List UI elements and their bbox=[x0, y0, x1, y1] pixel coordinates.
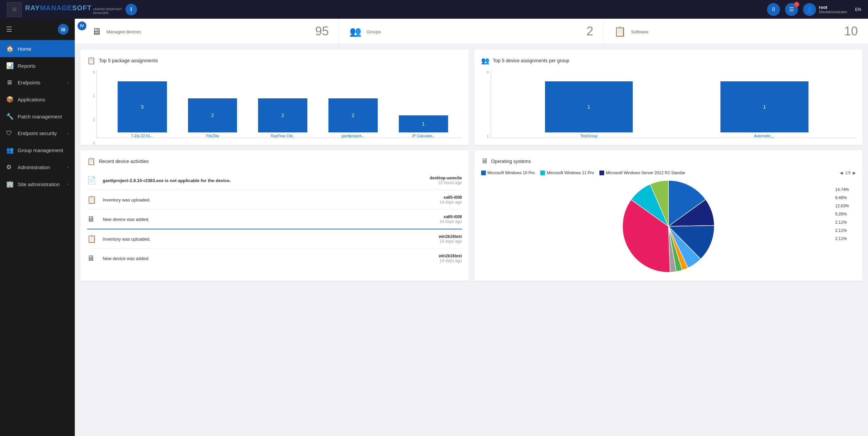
group-bar-1: 1 bbox=[545, 81, 633, 132]
os-chart-card: 🖥 Operating systems Microsoft Windows 10… bbox=[474, 150, 863, 281]
sidebar: ☰ III 🏠 Home 📊 Reports 🖥 Endpoints › 📦 A… bbox=[0, 19, 75, 436]
y-axis-labels-2: 1 0 bbox=[481, 70, 491, 138]
bar-label-4: ganttproject-.. bbox=[342, 134, 364, 138]
group-chart-card: 👥 Top 5 device assignments per group 1 0… bbox=[474, 50, 863, 145]
activity-item-2: 📋 Inventory was uploaded. xa65-i008 14 d… bbox=[87, 190, 462, 210]
activity-icon-4: 📋 bbox=[87, 235, 97, 243]
activity-item-5: 🖥 New device was added. win2k16test 14 d… bbox=[87, 249, 462, 268]
activity-item-1: 📄 ganttproject-2.8.10-r2363.exe is not a… bbox=[87, 171, 462, 190]
activity-icon-2: 📋 bbox=[87, 195, 97, 204]
chevron-right-icon: › bbox=[67, 165, 69, 169]
stat-badge-iv: IV bbox=[78, 21, 86, 30]
y-axis-labels: 3 2 1 0 bbox=[87, 70, 97, 145]
sidebar-item-security[interactable]: 🛡 Endpoint security › bbox=[0, 125, 75, 142]
groups-value: 2 bbox=[586, 24, 593, 38]
sidebar-item-label: Administration bbox=[18, 164, 50, 170]
activity-meta-3: xa65-i008 14 days ago bbox=[440, 214, 462, 224]
activity-icon-3: 🖥 bbox=[87, 215, 97, 224]
bar-label-5: IP Calculato.. bbox=[412, 134, 435, 138]
stat-software[interactable]: 📋 Software 10 bbox=[604, 19, 868, 44]
bar-group-1: 3 7-Zip-22.01-.. bbox=[107, 81, 177, 138]
bar-3: 2 bbox=[258, 98, 307, 132]
activity-time-2: 14 days ago bbox=[440, 200, 462, 205]
sidebar-item-home[interactable]: 🏠 Home bbox=[0, 40, 75, 57]
sidebar-item-applications[interactable]: 📦 Applications bbox=[0, 91, 75, 108]
pause-button[interactable]: II bbox=[767, 3, 780, 16]
legend-dot-win11 bbox=[540, 171, 545, 175]
pie-percentage-labels: 14.74% 9.48% 12.63% 5.26% 2.11% 2.11% 2.… bbox=[835, 185, 849, 243]
sidebar-item-admin[interactable]: ⚙ Administration › bbox=[0, 159, 75, 176]
activity-item-3: 🖥 New device was added. xa65-i008 14 day… bbox=[87, 210, 462, 229]
applications-icon: 📦 bbox=[6, 96, 14, 103]
legend-label-win11: Microsoft Windows 11 Pro bbox=[547, 171, 594, 175]
sidebar-item-site[interactable]: 🏢 Site administration › bbox=[0, 176, 75, 193]
hamburger-menu[interactable]: ☰ bbox=[6, 25, 12, 33]
activity-text-5: New device was added. bbox=[103, 256, 433, 261]
bar-5: 1 bbox=[399, 115, 448, 132]
group-bar-group-1: 1 TestGroup bbox=[501, 81, 677, 138]
activity-card-title: 📋 Recent device activities bbox=[87, 157, 462, 165]
bar-group-2: 2 FileZilla bbox=[177, 98, 248, 138]
bar-2: 2 bbox=[188, 98, 237, 132]
bar-chart-area: 3 7-Zip-22.01-.. 2 FileZilla 2 RayFlow C… bbox=[97, 70, 462, 138]
main-content: IV 🖥 Managed devices 95 👥 Groups 2 📋 bbox=[75, 19, 868, 436]
user-info: root SiteAdministrator bbox=[819, 5, 847, 14]
header-right: II ☰ 0 👤 root SiteAdministrator EN bbox=[767, 3, 861, 16]
sidebar-item-label: Endpoint security bbox=[18, 130, 57, 136]
site-icon: 🏢 bbox=[6, 180, 14, 188]
os-icon: 🖥 bbox=[481, 157, 488, 165]
os-legend: Microsoft Windows 10 Pro Microsoft Windo… bbox=[481, 171, 856, 175]
logo-text: RAYMANAGESOFT bbox=[25, 4, 92, 12]
groups-label: Groups bbox=[367, 29, 593, 34]
bar-1: 3 bbox=[118, 81, 167, 132]
activity-device-2: xa65-i008 bbox=[440, 195, 462, 200]
devices-label: Managed devices bbox=[106, 29, 329, 34]
messages-badge: 0 bbox=[794, 2, 799, 7]
sidebar-badge: III bbox=[58, 24, 69, 35]
activity-device-3: xa65-i008 bbox=[440, 214, 462, 219]
activity-device-5: win2k16test bbox=[439, 254, 462, 258]
sidebar-item-group[interactable]: 👥 Group management bbox=[0, 142, 75, 159]
activity-time-3: 14 days ago bbox=[440, 219, 462, 224]
logo-box: ⬛ bbox=[7, 2, 22, 17]
stat-groups[interactable]: 👥 Groups 2 bbox=[339, 19, 604, 44]
stats-bar: IV 🖥 Managed devices 95 👥 Groups 2 📋 bbox=[75, 19, 868, 44]
stat-devices[interactable]: IV 🖥 Managed devices 95 bbox=[75, 19, 339, 44]
group-bar-label-2: Automatic_.. bbox=[754, 134, 775, 138]
user-avatar: 👤 bbox=[803, 3, 816, 16]
dashboard-grid: 📋 Top 5 package assignments 3 2 1 0 3 7-… bbox=[75, 44, 868, 286]
devices-info: Managed devices bbox=[106, 29, 329, 34]
nav-prev-icon[interactable]: ◀ bbox=[840, 171, 843, 175]
group-bar-label-1: TestGroup bbox=[580, 134, 598, 138]
activity-text-4: Inventory was uploaded. bbox=[103, 237, 433, 242]
activity-text-3: New device was added. bbox=[103, 217, 434, 222]
language-selector[interactable]: EN bbox=[855, 7, 861, 12]
software-icon: 📋 bbox=[614, 26, 626, 37]
logo-subtitle: UNIFIED ENDPOINT MANAGER bbox=[93, 7, 122, 15]
home-icon: 🏠 bbox=[6, 45, 14, 52]
activity-meta-4: win2k16test 14 days ago bbox=[439, 234, 462, 244]
sidebar-item-label: Group management bbox=[18, 147, 63, 153]
user-section: 👤 root SiteAdministrator bbox=[803, 3, 847, 16]
user-role: SiteAdministrator bbox=[819, 10, 847, 14]
groups-info: Groups bbox=[367, 29, 593, 34]
bar-label-3: RayFlow Clie.. bbox=[271, 134, 295, 138]
sidebar-item-patch[interactable]: 🔧 Patch management bbox=[0, 108, 75, 125]
activity-meta-5: win2k16test 14 days ago bbox=[439, 254, 462, 263]
activity-meta-2: xa65-i008 14 days ago bbox=[440, 195, 462, 205]
messages-button[interactable]: ☰ 0 bbox=[785, 3, 798, 16]
sidebar-item-reports[interactable]: 📊 Reports bbox=[0, 57, 75, 74]
bar-4: 2 bbox=[328, 98, 378, 132]
legend-dot-winserver bbox=[599, 171, 604, 175]
bar-group-5: 1 IP Calculato.. bbox=[388, 115, 459, 138]
sidebar-item-endpoints[interactable]: 🖥 Endpoints › bbox=[0, 74, 75, 91]
activity-device-4: win2k16test bbox=[439, 234, 462, 239]
patch-icon: 🔧 bbox=[6, 113, 14, 120]
nav-next-icon[interactable]: ▶ bbox=[853, 171, 856, 175]
software-value: 10 bbox=[844, 24, 858, 38]
os-chart-title: 🖥 Operating systems bbox=[481, 157, 856, 165]
legend-label-winserver: Microsoft Windows Server 2012 R2 Standar bbox=[606, 171, 685, 175]
activity-time-5: 14 days ago bbox=[439, 258, 462, 263]
package-bar-chart: 3 2 1 0 3 7-Zip-22.01-.. 2 FileZilla bbox=[87, 70, 462, 138]
activity-icon-5: 🖥 bbox=[87, 254, 97, 263]
